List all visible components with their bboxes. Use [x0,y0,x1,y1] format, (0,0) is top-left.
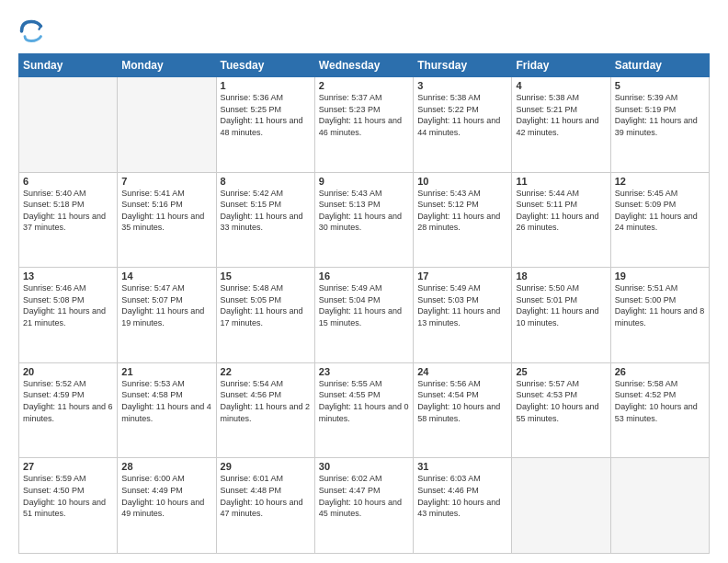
day-number: 18 [516,270,606,282]
day-cell: 28Sunrise: 6:00 AMSunset: 4:49 PMDayligh… [118,458,216,554]
day-number: 25 [516,366,606,377]
day-cell [610,458,709,554]
logo [18,18,48,44]
day-cell: 29Sunrise: 6:01 AMSunset: 4:48 PMDayligh… [216,458,314,554]
header-row: SundayMondayTuesdayWednesdayThursdayFrid… [19,54,710,77]
day-number: 31 [417,461,507,472]
col-header-tuesday: Tuesday [216,54,314,77]
day-number: 14 [121,270,211,282]
day-info: Sunrise: 5:47 AMSunset: 5:07 PMDaylight:… [121,282,211,328]
day-info: Sunrise: 6:02 AMSunset: 4:47 PMDaylight:… [319,473,409,519]
day-info: Sunrise: 5:56 AMSunset: 4:54 PMDaylight:… [417,378,507,424]
week-row-4: 27Sunrise: 5:59 AMSunset: 4:50 PMDayligh… [19,458,710,554]
day-info: Sunrise: 5:55 AMSunset: 4:55 PMDaylight:… [319,378,409,424]
day-cell: 11Sunrise: 5:44 AMSunset: 5:11 PMDayligh… [512,172,610,268]
day-info: Sunrise: 6:00 AMSunset: 4:49 PMDaylight:… [121,473,211,519]
day-cell: 20Sunrise: 5:52 AMSunset: 4:59 PMDayligh… [19,362,118,458]
day-cell [19,77,118,173]
day-cell: 21Sunrise: 5:53 AMSunset: 4:58 PMDayligh… [118,362,216,458]
day-info: Sunrise: 5:52 AMSunset: 4:59 PMDaylight:… [23,378,113,424]
day-cell: 3Sunrise: 5:38 AMSunset: 5:22 PMDaylight… [414,77,512,173]
day-info: Sunrise: 5:36 AMSunset: 5:25 PMDaylight:… [221,92,311,138]
day-info: Sunrise: 5:49 AMSunset: 5:03 PMDaylight:… [417,282,507,328]
day-number: 21 [121,366,211,377]
day-cell [118,77,216,173]
day-number: 24 [417,366,507,377]
week-row-1: 6Sunrise: 5:40 AMSunset: 5:18 PMDaylight… [19,172,710,268]
day-info: Sunrise: 6:01 AMSunset: 4:48 PMDaylight:… [221,473,311,519]
day-number: 26 [615,366,705,377]
col-header-friday: Friday [512,54,610,77]
day-cell: 17Sunrise: 5:49 AMSunset: 5:03 PMDayligh… [414,268,512,363]
day-info: Sunrise: 5:42 AMSunset: 5:15 PMDaylight:… [221,188,311,234]
day-info: Sunrise: 5:58 AMSunset: 4:52 PMDaylight:… [615,378,705,424]
day-cell: 2Sunrise: 5:37 AMSunset: 5:23 PMDaylight… [314,77,413,173]
day-info: Sunrise: 5:37 AMSunset: 5:23 PMDaylight:… [319,92,409,138]
col-header-saturday: Saturday [610,54,709,77]
day-number: 16 [319,270,409,282]
col-header-wednesday: Wednesday [314,54,413,77]
day-number: 23 [319,366,409,377]
day-cell: 4Sunrise: 5:38 AMSunset: 5:21 PMDaylight… [512,77,610,173]
day-number: 29 [221,461,311,472]
day-info: Sunrise: 5:45 AMSunset: 5:09 PMDaylight:… [615,188,705,234]
col-header-sunday: Sunday [19,54,118,77]
day-info: Sunrise: 5:40 AMSunset: 5:18 PMDaylight:… [23,188,113,234]
day-info: Sunrise: 5:50 AMSunset: 5:01 PMDaylight:… [516,282,606,328]
day-number: 13 [23,270,113,282]
day-cell: 23Sunrise: 5:55 AMSunset: 4:55 PMDayligh… [314,362,413,458]
day-info: Sunrise: 5:49 AMSunset: 5:04 PMDaylight:… [319,282,409,328]
day-cell: 25Sunrise: 5:57 AMSunset: 4:53 PMDayligh… [512,362,610,458]
day-number: 6 [23,176,113,187]
col-header-monday: Monday [118,54,216,77]
day-number: 9 [319,176,409,187]
day-number: 5 [615,80,705,91]
week-row-0: 1Sunrise: 5:36 AMSunset: 5:25 PMDaylight… [19,77,710,173]
logo-icon [18,18,44,44]
page: SundayMondayTuesdayWednesdayThursdayFrid… [0,0,728,563]
day-info: Sunrise: 5:39 AMSunset: 5:19 PMDaylight:… [615,92,705,138]
day-info: Sunrise: 5:38 AMSunset: 5:22 PMDaylight:… [417,92,507,138]
day-info: Sunrise: 5:41 AMSunset: 5:16 PMDaylight:… [121,188,211,234]
week-row-3: 20Sunrise: 5:52 AMSunset: 4:59 PMDayligh… [19,362,710,458]
day-number: 27 [23,461,113,472]
day-cell: 19Sunrise: 5:51 AMSunset: 5:00 PMDayligh… [610,268,709,363]
day-number: 17 [417,270,507,282]
day-cell: 26Sunrise: 5:58 AMSunset: 4:52 PMDayligh… [610,362,709,458]
day-info: Sunrise: 5:59 AMSunset: 4:50 PMDaylight:… [23,473,113,519]
day-cell: 24Sunrise: 5:56 AMSunset: 4:54 PMDayligh… [414,362,512,458]
day-info: Sunrise: 5:43 AMSunset: 5:12 PMDaylight:… [417,188,507,234]
day-cell: 14Sunrise: 5:47 AMSunset: 5:07 PMDayligh… [118,268,216,363]
week-row-2: 13Sunrise: 5:46 AMSunset: 5:08 PMDayligh… [19,268,710,363]
day-number: 19 [615,270,705,282]
day-cell: 8Sunrise: 5:42 AMSunset: 5:15 PMDaylight… [216,172,314,268]
day-number: 28 [121,461,211,472]
day-cell: 10Sunrise: 5:43 AMSunset: 5:12 PMDayligh… [414,172,512,268]
day-number: 20 [23,366,113,377]
day-cell [512,458,610,554]
day-info: Sunrise: 5:51 AMSunset: 5:00 PMDaylight:… [615,282,705,328]
day-cell: 7Sunrise: 5:41 AMSunset: 5:16 PMDaylight… [118,172,216,268]
day-cell: 15Sunrise: 5:48 AMSunset: 5:05 PMDayligh… [216,268,314,363]
day-cell: 16Sunrise: 5:49 AMSunset: 5:04 PMDayligh… [314,268,413,363]
day-number: 15 [221,270,311,282]
day-info: Sunrise: 5:46 AMSunset: 5:08 PMDaylight:… [23,282,113,328]
day-info: Sunrise: 5:44 AMSunset: 5:11 PMDaylight:… [516,188,606,234]
day-info: Sunrise: 5:43 AMSunset: 5:13 PMDaylight:… [319,188,409,234]
day-cell: 13Sunrise: 5:46 AMSunset: 5:08 PMDayligh… [19,268,118,363]
col-header-thursday: Thursday [414,54,512,77]
day-cell: 6Sunrise: 5:40 AMSunset: 5:18 PMDaylight… [19,172,118,268]
day-cell: 5Sunrise: 5:39 AMSunset: 5:19 PMDaylight… [610,77,709,173]
day-number: 7 [121,176,211,187]
day-number: 8 [221,176,311,187]
day-info: Sunrise: 5:57 AMSunset: 4:53 PMDaylight:… [516,378,606,424]
day-info: Sunrise: 5:48 AMSunset: 5:05 PMDaylight:… [221,282,311,328]
day-cell: 12Sunrise: 5:45 AMSunset: 5:09 PMDayligh… [610,172,709,268]
day-info: Sunrise: 5:53 AMSunset: 4:58 PMDaylight:… [121,378,211,424]
calendar-table: SundayMondayTuesdayWednesdayThursdayFrid… [18,53,710,554]
day-number: 12 [615,176,705,187]
header [18,18,710,44]
day-cell: 27Sunrise: 5:59 AMSunset: 4:50 PMDayligh… [19,458,118,554]
day-info: Sunrise: 6:03 AMSunset: 4:46 PMDaylight:… [417,473,507,519]
day-cell: 31Sunrise: 6:03 AMSunset: 4:46 PMDayligh… [414,458,512,554]
